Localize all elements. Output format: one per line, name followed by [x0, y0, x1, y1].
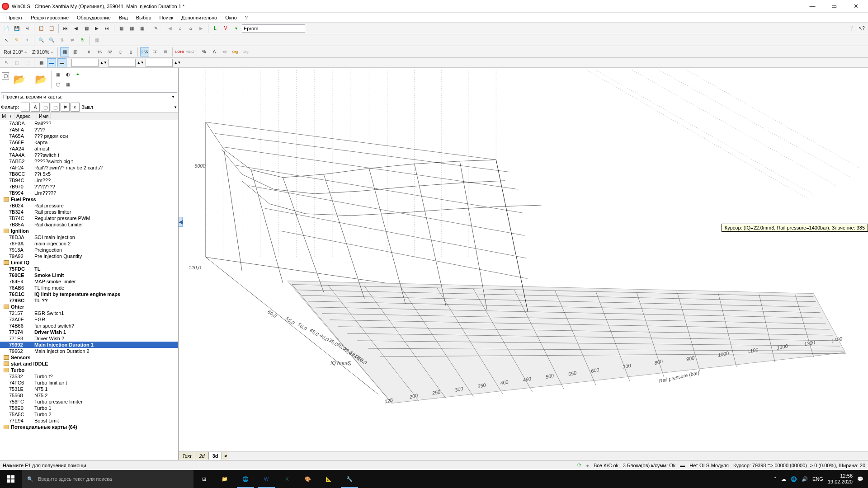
tree-group[interactable]: Fuel Press: [0, 196, 178, 202]
sel-b-icon[interactable]: ⬚: [23, 58, 32, 67]
view3d-b-icon[interactable]: ▥: [71, 47, 80, 56]
col-name[interactable]: Имя: [37, 113, 51, 119]
nav2-icon[interactable]: ⇅: [57, 36, 66, 45]
tree-item[interactable]: 77E94Boost Limit: [0, 418, 178, 424]
tree-item[interactable]: 78F3Amain ingection 2: [0, 240, 178, 247]
st-a-icon[interactable]: ▦: [53, 70, 62, 79]
tree-item[interactable]: 7A5FA????: [0, 127, 178, 133]
filter-1-icon[interactable]: ⎯: [21, 103, 30, 112]
nav-first-icon[interactable]: ⏮: [61, 24, 70, 33]
tree-item[interactable]: 758E0Turbo 1: [0, 405, 178, 411]
filter-3-icon[interactable]: ▢: [41, 103, 50, 112]
menu-window[interactable]: Окно: [222, 14, 241, 21]
tree-group[interactable]: Ohter: [0, 304, 178, 310]
tree-item[interactable]: 771F8Driver Wish 2: [0, 335, 178, 342]
tray-clock[interactable]: 12:56 19.02.2020: [828, 473, 853, 485]
tree-group[interactable]: Ignition: [0, 228, 178, 234]
save-icon[interactable]: 💾: [12, 24, 21, 33]
numyy-icon[interactable]: ▯: [126, 47, 135, 56]
tree-group[interactable]: start and IDDLE: [0, 361, 178, 367]
tab-3d[interactable]: 3d: [209, 452, 222, 460]
tree-item[interactable]: 75FDCTL: [0, 266, 178, 272]
lohi-icon[interactable]: LOHI: [175, 47, 184, 56]
tree-item[interactable]: 7B994Lim?????: [0, 190, 178, 196]
vff-icon[interactable]: FF: [151, 47, 160, 56]
menu-select[interactable]: Выбор: [132, 14, 155, 21]
tree-item[interactable]: 74B66fan speed switch?: [0, 323, 178, 329]
tray-up-icon[interactable]: ˄: [774, 476, 777, 482]
tool-d-icon[interactable]: ✎: [151, 24, 160, 33]
tree-item[interactable]: 7B024Rail pressure: [0, 202, 178, 209]
nav-prev-icon[interactable]: ◀: [71, 24, 80, 33]
st-1-icon[interactable]: ▢: [2, 72, 9, 80]
spinner-3[interactable]: [146, 59, 173, 67]
task-view-icon[interactable]: ⊞: [193, 470, 214, 488]
menu-project[interactable]: Проект: [3, 14, 26, 21]
matlab-icon[interactable]: 📐: [318, 470, 339, 488]
winols-task-icon[interactable]: 🔧: [339, 470, 360, 488]
tree-item[interactable]: 7AA4A???switch t: [0, 152, 178, 158]
chrome-icon[interactable]: 🌐: [235, 470, 256, 488]
maximize-button[interactable]: ▭: [824, 0, 844, 13]
x1-icon[interactable]: ×1: [220, 47, 229, 56]
arrow-icon[interactable]: ↖: [2, 36, 11, 45]
tray-lang[interactable]: ENG: [812, 476, 823, 482]
st-c-icon[interactable]: ✦: [73, 70, 82, 79]
taskbar-search[interactable]: 🔍 Введите здесь текст для поиска: [22, 470, 193, 488]
tree-item[interactable]: 7B324Rail press limiter: [0, 209, 178, 215]
tray-notif-icon[interactable]: 💬: [857, 476, 863, 482]
nav-last-icon[interactable]: ⏭: [103, 24, 112, 33]
col-addr[interactable]: Адрес: [14, 113, 37, 119]
filter-4-icon[interactable]: ▢: [51, 103, 60, 112]
tree-item[interactable]: 77174Driver Wish 1: [0, 329, 178, 335]
sel-a-icon[interactable]: ⬚: [12, 58, 21, 67]
tool-c-icon[interactable]: ▦: [137, 24, 146, 33]
tree-group[interactable]: Потенциальные карты (64): [0, 424, 178, 430]
numxx-icon[interactable]: ▯: [116, 47, 125, 56]
tray-net-icon[interactable]: 🌐: [791, 476, 797, 482]
tree-item[interactable]: 764E4MAP smoke limiter: [0, 278, 178, 285]
num8-icon[interactable]: 8: [85, 47, 94, 56]
tree-item[interactable]: 7AF24Rail??pwm?? may be 2 cards?: [0, 164, 178, 171]
org2-icon[interactable]: Org: [241, 47, 250, 56]
minimize-button[interactable]: —: [802, 0, 823, 13]
menu-edit[interactable]: Редактирование: [27, 14, 72, 21]
tree-item[interactable]: 79662Main Injection Duration 2: [0, 348, 178, 354]
tree-item[interactable]: 7B74CRegulator pressure PWM: [0, 215, 178, 221]
chart-3d-view[interactable]: ◀: [179, 68, 868, 460]
tree-item[interactable]: 74FC6Turbo limit air t: [0, 380, 178, 386]
folder-open-2-icon[interactable]: 📂: [32, 71, 49, 88]
zoom1-icon[interactable]: 🔍: [47, 36, 56, 45]
tree-item[interactable]: 7B8CC??t 5x5: [0, 171, 178, 177]
menu-extra[interactable]: Дополнительно: [178, 14, 221, 21]
nav-next-icon[interactable]: ▶: [92, 24, 101, 33]
st-b-icon[interactable]: ◐: [63, 70, 72, 79]
tree-group[interactable]: Turbo: [0, 367, 178, 373]
green-l-icon[interactable]: L: [211, 24, 220, 33]
tab-text[interactable]: Text: [179, 452, 195, 460]
sel-arrow-icon[interactable]: ↖: [2, 58, 11, 67]
menu-search[interactable]: Поиск: [156, 14, 177, 21]
chart-icon[interactable]: ▬: [47, 58, 56, 67]
tree-item[interactable]: 760CESmoke Limit: [0, 272, 178, 278]
grid2-icon[interactable]: ▦: [92, 36, 101, 45]
nav-right-icon[interactable]: ▶: [197, 24, 206, 33]
star-icon[interactable]: ✦: [23, 36, 32, 45]
filter-2-icon[interactable]: A: [31, 103, 40, 112]
tree-item[interactable]: 7B94CLim???: [0, 177, 178, 183]
tree-item[interactable]: 73532Turbo t?: [0, 373, 178, 380]
filter-off-label[interactable]: Зыкл: [80, 104, 94, 110]
tree-item[interactable]: 7B85ARail diagnostic Limiter: [0, 221, 178, 228]
tree-item[interactable]: 7B970???t????: [0, 183, 178, 190]
col-slash[interactable]: /: [8, 113, 14, 119]
tree-item[interactable]: 76C1CIQ limit by temperature engine maps: [0, 291, 178, 297]
tray-vol-icon[interactable]: 🔊: [802, 476, 808, 482]
v255-icon[interactable]: 255: [140, 47, 149, 56]
green-dd-icon[interactable]: ▾: [231, 24, 241, 33]
spinner-2[interactable]: [108, 59, 136, 67]
tree-item[interactable]: 73A0EEGR: [0, 316, 178, 323]
spinner-1[interactable]: [71, 59, 99, 67]
v111-icon[interactable]: iii: [161, 47, 170, 56]
help-icon[interactable]: ❔: [847, 24, 856, 33]
map-tree[interactable]: 7A3DARail???7A5FA????7A65A??? рядом оси7…: [0, 120, 178, 460]
